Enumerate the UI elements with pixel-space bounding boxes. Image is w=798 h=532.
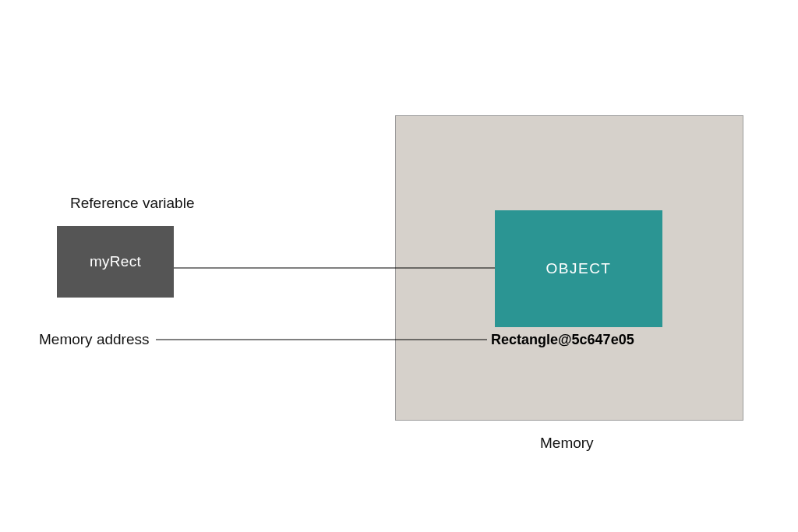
diagram-canvas: Reference variable myRect Memory address… [0, 0, 798, 532]
reference-variable-box: myRect [57, 226, 174, 298]
reference-variable-name: myRect [90, 253, 141, 270]
object-box: OBJECT [495, 210, 662, 327]
memory-address-label: Memory address [39, 331, 150, 348]
object-box-text: OBJECT [546, 260, 612, 277]
memory-address-value: Rectangle@5c647e05 [491, 332, 634, 348]
memory-caption: Memory [540, 435, 594, 452]
reference-variable-label: Reference variable [70, 195, 194, 212]
